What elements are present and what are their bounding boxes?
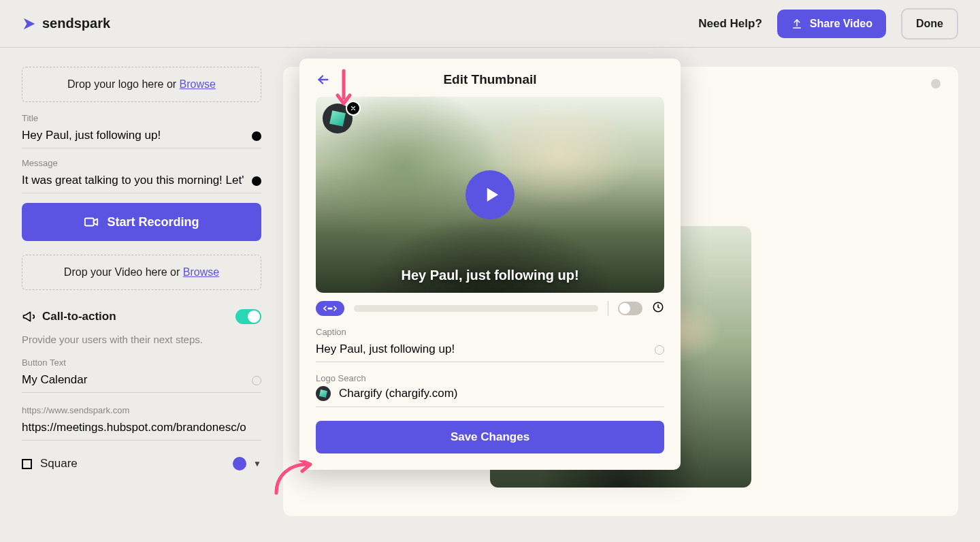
shape-selector[interactable]: Square ▼ [22,457,261,471]
caption-field-wrap [316,338,664,362]
message-label: Message [22,158,261,168]
cta-title: Call-to-action [42,310,116,323]
title-input[interactable] [22,125,261,148]
url-input[interactable] [22,417,261,441]
brand: sendspark [22,16,110,31]
scrubber-row [316,301,664,316]
square-shape-icon [22,459,32,469]
cta-title-wrap: Call-to-action [22,310,116,323]
topbar-right: Need Help? Share Video Done [698,8,958,39]
frame-scrubber-handle[interactable] [316,301,344,316]
chargify-logo-icon [329,110,346,127]
button-text-variable-dot-icon[interactable] [252,376,261,385]
video-browse-link[interactable]: Browse [183,266,219,278]
thumbnail-caption-overlay: Hey Paul, just following up! [316,268,664,283]
shape-label: Square [40,457,78,471]
modal-header: Edit Thumbnail [316,72,664,87]
done-label: Done [916,18,943,30]
cta-subtitle: Provide your users with their next steps… [22,334,261,345]
message-variable-dot-icon[interactable] [252,176,261,186]
url-label: https://www.sendspark.com [22,405,261,415]
topbar: sendspark Need Help? Share Video Done [0,0,980,48]
button-text-field-wrap [22,369,261,393]
edit-thumbnail-modal: Edit Thumbnail Hey Paul, just following … [299,59,681,470]
sidebar: Drop your logo here or Browse Title Mess… [0,48,283,542]
done-button[interactable]: Done [901,8,958,39]
share-video-button[interactable]: Share Video [777,10,886,38]
title-field-wrap [22,125,261,148]
button-text-input[interactable] [22,369,261,393]
thumbnail-preview: Hey Paul, just following up! [316,97,664,293]
message-field-wrap [22,170,261,193]
caption-input[interactable] [316,338,664,362]
divider [608,301,608,316]
start-recording-button[interactable]: Start Recording [22,203,261,241]
clock-icon[interactable] [652,301,664,316]
camera-icon [84,214,99,229]
logo-search-result-icon [316,386,331,401]
logo-drop-text: Drop your logo here or [67,78,180,90]
cta-header: Call-to-action [22,309,261,324]
caption-variable-dot-icon[interactable] [655,345,664,355]
preview-ai-dot-icon[interactable] [931,79,941,89]
brand-name: sendspark [42,16,110,31]
svg-rect-0 [85,219,94,226]
logo-search-label: Logo Search [316,373,664,383]
start-recording-label: Start Recording [107,215,199,229]
share-icon [791,18,803,30]
megaphone-icon [22,310,35,323]
share-video-label: Share Video [810,18,872,30]
message-input[interactable] [22,170,261,193]
title-label: Title [22,113,261,123]
gif-toggle[interactable] [618,302,642,315]
cta-toggle[interactable] [235,309,261,324]
play-button[interactable] [466,170,514,219]
video-drop-text: Drop your Video here or [64,266,183,278]
url-field-wrap [22,417,261,441]
modal-title: Edit Thumbnail [443,72,536,87]
button-text-label: Button Text [22,357,261,368]
frame-scrubber-track[interactable] [354,305,598,312]
save-changes-button[interactable]: Save Changes [316,421,664,453]
color-swatch[interactable] [233,457,246,471]
save-changes-label: Save Changes [451,430,529,444]
back-arrow-icon[interactable] [316,72,331,90]
svg-point-3 [331,308,332,309]
chevron-down-icon[interactable]: ▼ [253,459,261,468]
caption-label: Caption [316,327,664,337]
logo-dropzone[interactable]: Drop your logo here or Browse [22,67,261,102]
logo-search-input[interactable] [338,386,664,401]
sendspark-logo-icon [22,16,37,31]
logo-search-field [316,386,664,407]
title-variable-dot-icon[interactable] [252,131,261,141]
logo-browse-link[interactable]: Browse [180,78,216,90]
video-dropzone[interactable]: Drop your Video here or Browse [22,255,261,290]
help-link[interactable]: Need Help? [698,17,762,31]
remove-logo-button[interactable] [346,101,361,116]
